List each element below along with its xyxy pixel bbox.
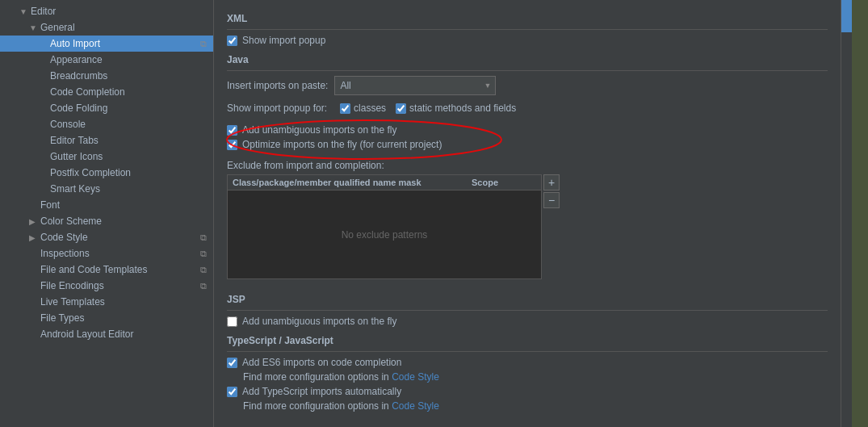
table-col-scope: Scope (472, 178, 536, 187)
xml-show-import-popup-row: Show import popup (227, 35, 828, 46)
find-more-es6-row: Find more configuration options in Code … (243, 371, 828, 383)
sidebar-item-editor[interactable]: ▼ Editor (0, 3, 213, 19)
sidebar-item-label: Live Templates (40, 296, 207, 308)
sidebar-item-font[interactable]: Font (0, 197, 213, 213)
sidebar-item-code-completion[interactable]: Code Completion (0, 84, 213, 100)
insert-imports-select[interactable]: All Ask Never (334, 76, 496, 95)
add-es6-checkbox[interactable] (227, 358, 237, 368)
add-es6-row: Add ES6 imports on code completion (227, 357, 828, 368)
arrow-icon: ▼ (29, 23, 37, 32)
arrow-icon (39, 56, 47, 65)
sidebar-item-smart-keys[interactable]: Smart Keys (0, 181, 213, 197)
show-import-popup-label: Show import popup for: (227, 103, 327, 114)
sidebar-item-label: File Encodings (40, 280, 197, 291)
sidebar-item-code-style[interactable]: ▶ Code Style ⧉ (0, 229, 213, 245)
scrollbar-thumb[interactable] (841, 0, 852, 32)
insert-imports-select-wrapper: All Ask Never (334, 76, 496, 95)
sidebar-item-label: File Types (40, 312, 207, 324)
arrow-icon (29, 201, 37, 210)
add-ts-checkbox[interactable] (227, 387, 237, 397)
exclude-table-header: Class/package/member qualified name mask… (228, 175, 541, 190)
scrollbar-area (841, 0, 852, 427)
arrow-icon (39, 169, 47, 178)
sidebar-item-label: Font (40, 199, 207, 211)
insert-imports-row: Insert imports on paste: All Ask Never (227, 76, 828, 95)
xml-section: XML Show import popup (227, 13, 828, 46)
exclude-table-container: Class/package/member qualified name mask… (227, 174, 828, 287)
sidebar-item-file-encodings[interactable]: File Encodings ⧉ (0, 278, 213, 294)
sidebar-item-auto-import[interactable]: Auto Import ⧉ (0, 36, 213, 52)
sidebar-item-color-scheme[interactable]: ▶ Color Scheme (0, 213, 213, 229)
sidebar-item-appearance[interactable]: Appearance (0, 52, 213, 68)
static-methods-check: static methods and fields (396, 103, 516, 114)
xml-section-header: XML (227, 13, 828, 24)
add-ts-row: Add TypeScript imports automatically (227, 386, 828, 397)
remove-exclude-button[interactable]: − (543, 192, 560, 208)
table-col-name: Class/package/member qualified name mask (233, 178, 472, 187)
sidebar-item-breadcrumbs[interactable]: Breadcrumbs (0, 68, 213, 84)
java-section: Java Insert imports on paste: All Ask Ne… (227, 54, 828, 287)
settings-main-content: XML Show import popup Java Insert import… (214, 0, 841, 427)
sidebar-item-editor-tabs[interactable]: Editor Tabs (0, 132, 213, 149)
jsp-add-unambiguous-label: Add unambiguous imports on the fly (242, 316, 396, 327)
add-es6-label: Add ES6 imports on code completion (242, 357, 401, 368)
arrow-icon: ▼ (19, 7, 27, 16)
typescript-section-header: TypeScript / JavaScript (227, 335, 828, 346)
sidebar-item-label: Postfix Completion (50, 167, 207, 178)
annotated-options: Add unambiguous imports on the fly Optim… (227, 121, 442, 153)
sidebar-item-general[interactable]: ▼ General (0, 19, 213, 36)
arrow-icon (39, 104, 47, 113)
copy-icon: ⧉ (200, 249, 207, 259)
classes-check: classes (340, 103, 386, 114)
exclude-table: Class/package/member qualified name mask… (227, 174, 542, 279)
sidebar-item-android-layout-editor[interactable]: Android Layout Editor (0, 326, 213, 342)
copy-icon: ⧉ (200, 265, 207, 275)
exclude-table-body: No exclude patterns (228, 190, 541, 278)
add-ts-label: Add TypeScript imports automatically (242, 386, 401, 397)
right-panel (852, 0, 868, 427)
sidebar-item-label: Gutter Icons (50, 151, 207, 162)
insert-imports-label: Insert imports on paste: (227, 80, 328, 91)
xml-show-import-popup-label: Show import popup (242, 35, 325, 46)
copy-icon: ⧉ (200, 232, 207, 243)
sidebar-item-file-types[interactable]: File Types (0, 310, 213, 326)
add-unambiguous-checkbox[interactable] (227, 125, 237, 136)
typescript-divider (227, 351, 828, 352)
jsp-section-header: JSP (227, 294, 828, 305)
optimize-imports-label: Optimize imports on the fly (for current… (242, 139, 442, 150)
sidebar-item-inspections[interactable]: Inspections ⧉ (0, 245, 213, 262)
code-style-link-ts[interactable]: Code Style (392, 400, 439, 412)
settings-sidebar: ▼ Editor ▼ General Auto Import ⧉ Appeara… (0, 0, 214, 427)
arrow-icon (39, 120, 47, 129)
arrow-icon (29, 314, 37, 323)
sidebar-item-label: Code Style (40, 232, 197, 243)
exclude-label: Exclude from import and completion: (227, 160, 828, 171)
sidebar-item-label: Auto Import (50, 38, 197, 49)
sidebar-item-label: Code Completion (50, 86, 207, 98)
jsp-add-unambiguous-checkbox[interactable] (227, 316, 237, 327)
sidebar-item-label: Editor Tabs (50, 135, 207, 146)
sidebar-item-postfix-completion[interactable]: Postfix Completion (0, 165, 213, 181)
sidebar-item-code-folding[interactable]: Code Folding (0, 100, 213, 116)
code-style-link-es6[interactable]: Code Style (392, 371, 439, 383)
arrow-icon (29, 298, 37, 307)
classes-checkbox[interactable] (340, 103, 350, 114)
sidebar-item-label: Code Folding (50, 103, 207, 114)
sidebar-item-label: File and Code Templates (40, 264, 197, 275)
sidebar-item-console[interactable]: Console (0, 116, 213, 132)
add-exclude-button[interactable]: + (543, 174, 560, 190)
arrow-icon: ▶ (29, 217, 37, 226)
xml-divider (227, 29, 828, 30)
arrow-icon (29, 249, 37, 258)
classes-label: classes (354, 103, 386, 114)
typescript-section: TypeScript / JavaScript Add ES6 imports … (227, 335, 828, 412)
sidebar-item-live-templates[interactable]: Live Templates (0, 294, 213, 310)
xml-show-import-popup-checkbox[interactable] (227, 36, 237, 46)
arrow-icon (39, 88, 47, 97)
sidebar-item-file-code-templates[interactable]: File and Code Templates ⧉ (0, 262, 213, 278)
optimize-imports-checkbox[interactable] (227, 140, 237, 150)
sidebar-item-gutter-icons[interactable]: Gutter Icons (0, 149, 213, 165)
static-methods-checkbox[interactable] (396, 103, 406, 114)
find-more-es6-text: Find more configuration options in (243, 371, 389, 383)
sidebar-item-label: Smart Keys (50, 183, 207, 195)
